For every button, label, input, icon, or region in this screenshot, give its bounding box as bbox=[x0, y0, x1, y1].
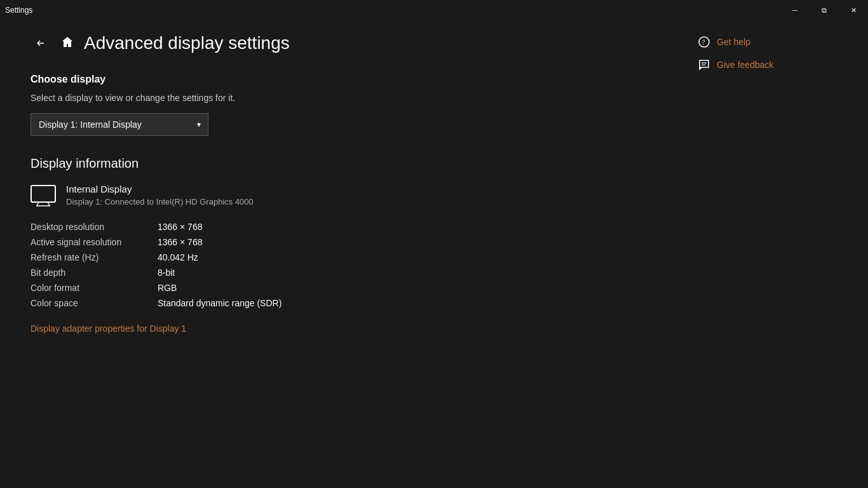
back-arrow-icon bbox=[36, 38, 46, 48]
monitor-icon bbox=[31, 185, 56, 207]
info-label-4: Color format bbox=[31, 283, 158, 293]
display-info-table: Desktop resolution1366 × 768Active signa… bbox=[31, 222, 698, 308]
adapter-properties-link[interactable]: Display adapter properties for Display 1 bbox=[31, 323, 186, 334]
back-button[interactable] bbox=[31, 33, 51, 53]
title-bar-controls: ─ ⧉ ✕ bbox=[780, 0, 868, 20]
right-sidebar: ? Get help Give feedback bbox=[698, 33, 837, 475]
choose-display-desc: Select a display to view or change the s… bbox=[31, 93, 698, 103]
content-area: Advanced display settings Choose display… bbox=[0, 20, 868, 488]
info-value-3: 8-bit bbox=[158, 268, 698, 278]
close-button[interactable]: ✕ bbox=[839, 0, 868, 20]
restore-button[interactable]: ⧉ bbox=[810, 0, 839, 20]
info-label-3: Bit depth bbox=[31, 268, 158, 278]
page-header: Advanced display settings bbox=[31, 33, 698, 53]
svg-rect-0 bbox=[31, 186, 55, 202]
get-help-link[interactable]: Get help bbox=[717, 37, 750, 47]
display-card-text: Internal Display Display 1: Connected to… bbox=[66, 184, 254, 207]
home-icon[interactable] bbox=[61, 36, 74, 51]
give-feedback-item[interactable]: Give feedback bbox=[698, 56, 774, 74]
display-name: Internal Display bbox=[66, 184, 254, 194]
choose-display-title: Choose display bbox=[31, 74, 698, 85]
title-bar-left: Settings bbox=[5, 6, 32, 15]
help-icon: ? bbox=[698, 36, 710, 48]
get-help-item[interactable]: ? Get help bbox=[698, 33, 750, 51]
info-value-2: 40.042 Hz bbox=[158, 252, 698, 262]
display-info-section: Display information Internal Display Dis… bbox=[31, 156, 698, 334]
info-label-5: Color space bbox=[31, 298, 158, 308]
give-feedback-link[interactable]: Give feedback bbox=[717, 60, 774, 70]
info-value-0: 868 × 488 bbox=[158, 222, 698, 232]
title-bar: Settings ─ ⧉ ✕ bbox=[0, 0, 868, 20]
info-label-2: Refresh rate (Hz) bbox=[31, 252, 158, 262]
app-title: Settings bbox=[5, 6, 32, 15]
info-value-1: 868 × 488 bbox=[158, 237, 698, 247]
display-card: Internal Display Display 1: Connected to… bbox=[31, 184, 698, 207]
minimize-button[interactable]: ─ bbox=[780, 0, 810, 20]
display-dropdown-container: Display 1: Internal Display ▾ bbox=[31, 113, 208, 136]
info-label-0: Desktop resolution bbox=[31, 222, 158, 232]
info-value-5: Standard dynamic range (SDR) bbox=[158, 298, 698, 308]
svg-text:?: ? bbox=[702, 38, 705, 46]
display-info-title: Display information bbox=[31, 156, 698, 171]
info-label-1: Active signal resolution bbox=[31, 237, 158, 247]
info-value-4: RGB bbox=[158, 283, 698, 293]
choose-display-section: Choose display Select a display to view … bbox=[31, 74, 698, 136]
display-sub: Display 1: Connected to Intel(R) HD Grap… bbox=[66, 197, 254, 207]
feedback-icon bbox=[698, 58, 710, 71]
main-panel: Advanced display settings Choose display… bbox=[31, 33, 698, 475]
display-dropdown[interactable]: Display 1: Internal Display bbox=[31, 113, 208, 136]
page-title: Advanced display settings bbox=[84, 33, 290, 53]
